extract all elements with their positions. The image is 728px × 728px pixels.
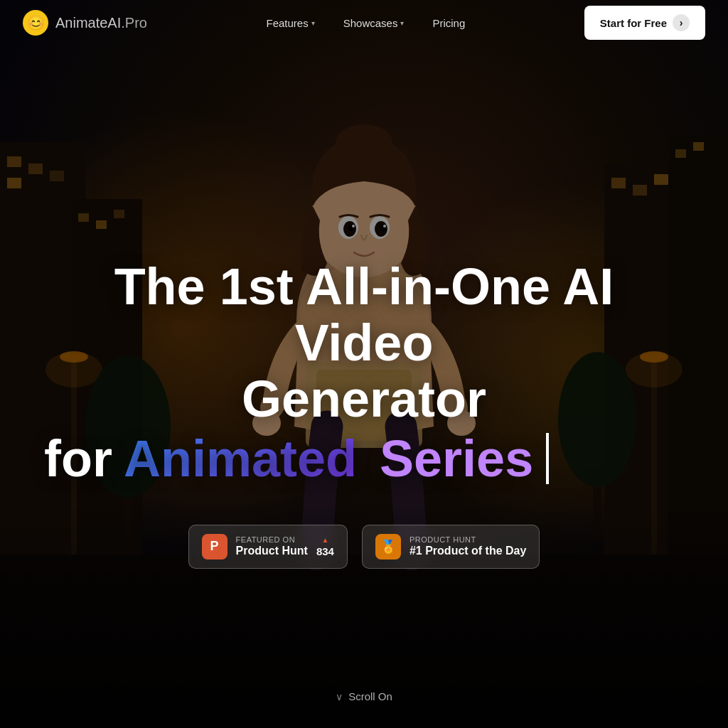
scroll-on[interactable]: ∨ Scroll On <box>336 690 392 702</box>
nav-features[interactable]: Features ▾ <box>255 11 326 35</box>
product-hunt-icon: P <box>202 534 228 560</box>
hero-title-line3: for Animated Series <box>44 428 684 489</box>
logo-text: AnimateAI.Pro <box>55 15 147 31</box>
logo[interactable]: 😊 AnimateAI.Pro <box>23 10 147 36</box>
product-hunt-count: ▲ 834 <box>316 536 334 557</box>
nav-showcases[interactable]: Showcases ▾ <box>332 11 416 35</box>
start-arrow-icon: › <box>673 14 690 31</box>
product-hunt-badge[interactable]: P FEATURED ON Product Hunt ▲ 834 <box>188 525 348 569</box>
showcases-chevron-icon: ▾ <box>400 19 404 27</box>
product-of-day-badge[interactable]: 🏅 PRODUCT HUNT #1 Product of the Day <box>362 525 540 569</box>
nav-links: Features ▾ Showcases ▾ Pricing <box>255 11 476 35</box>
product-hunt-text: FEATURED ON Product Hunt <box>236 535 308 557</box>
features-chevron-icon: ▾ <box>311 19 315 27</box>
nav-pricing[interactable]: Pricing <box>421 11 476 35</box>
logo-icon: 😊 <box>23 10 48 36</box>
hero-title-line1: The 1st All-in-One AI Video Generator <box>44 259 684 428</box>
start-free-button[interactable]: Start for Free › <box>584 6 705 40</box>
text-cursor <box>546 433 549 484</box>
badge-row: P FEATURED ON Product Hunt ▲ 834 🏅 PRODU… <box>188 525 540 569</box>
ribbon-icon: 🏅 <box>375 534 401 560</box>
product-of-day-text: PRODUCT HUNT #1 Product of the Day <box>410 535 526 557</box>
hero-content: The 1st All-in-One AI Video Generator fo… <box>0 0 728 728</box>
scroll-chevron-icon: ∨ <box>336 691 343 702</box>
upvote-arrow-icon: ▲ <box>321 536 328 544</box>
